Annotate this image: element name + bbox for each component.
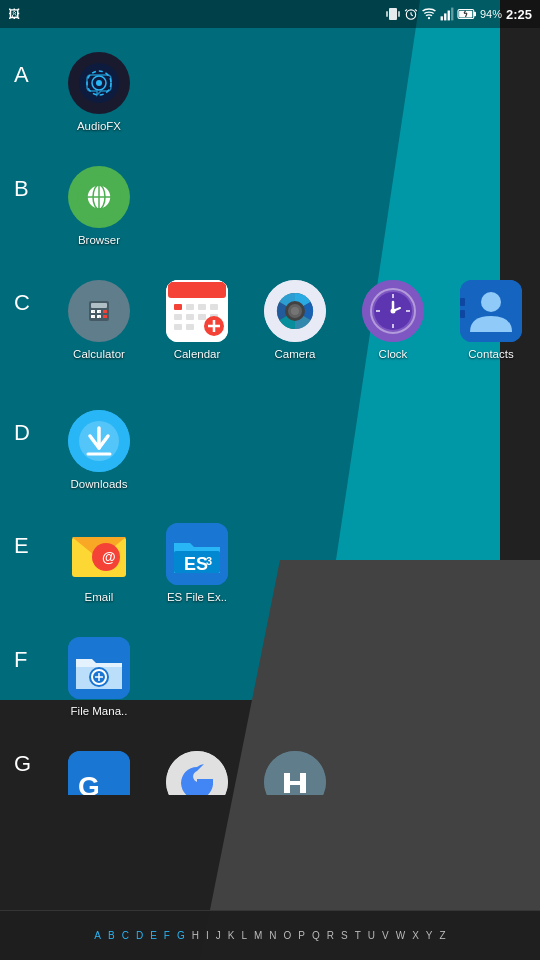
svg-rect-14 bbox=[474, 12, 476, 17]
app-g2-partial[interactable] bbox=[148, 743, 246, 795]
svg-rect-42 bbox=[168, 282, 226, 298]
app-audiofx[interactable]: AudioFX bbox=[50, 44, 148, 142]
section-c: C bbox=[0, 264, 540, 394]
svg-rect-1 bbox=[386, 11, 388, 17]
esfile-label: ES File Ex.. bbox=[167, 591, 227, 605]
svg-rect-73 bbox=[460, 298, 465, 306]
section-f: F File Mana.. bbox=[0, 621, 540, 735]
alpha-letter-l[interactable]: L bbox=[238, 928, 250, 943]
alpha-letter-c[interactable]: C bbox=[119, 928, 132, 943]
alpha-letter-b[interactable]: B bbox=[105, 928, 118, 943]
alpha-letter-g[interactable]: G bbox=[174, 928, 188, 943]
alpha-letter-i[interactable]: I bbox=[203, 928, 212, 943]
filemanager-icon bbox=[68, 637, 130, 699]
section-b: B Browser bbox=[0, 150, 540, 264]
svg-text:+: + bbox=[99, 315, 101, 319]
alpha-letter-t[interactable]: T bbox=[352, 928, 364, 943]
app-g1-partial[interactable]: G bbox=[50, 743, 148, 795]
section-letter-f: F bbox=[0, 629, 50, 673]
svg-text:3: 3 bbox=[206, 555, 212, 567]
svg-rect-45 bbox=[198, 304, 206, 310]
svg-point-95 bbox=[264, 751, 326, 795]
alpha-letter-d[interactable]: D bbox=[133, 928, 146, 943]
alpha-letter-y[interactable]: Y bbox=[423, 928, 436, 943]
app-browser[interactable]: Browser bbox=[50, 158, 148, 256]
svg-text:G: G bbox=[78, 771, 100, 795]
section-a: A AudioFX bbox=[0, 36, 540, 150]
svg-text:×: × bbox=[99, 310, 101, 314]
svg-rect-11 bbox=[448, 11, 450, 21]
email-label: Email bbox=[85, 591, 114, 605]
alpha-letter-w[interactable]: W bbox=[393, 928, 408, 943]
app-camera[interactable]: Camera bbox=[246, 272, 344, 370]
status-left: 🖼 bbox=[8, 7, 20, 21]
status-right: 94% 2:25 bbox=[386, 6, 532, 22]
svg-line-7 bbox=[415, 9, 417, 11]
svg-point-72 bbox=[481, 292, 501, 312]
svg-rect-32 bbox=[103, 310, 107, 313]
downloads-icon bbox=[68, 410, 130, 472]
calculator-label: Calculator bbox=[73, 348, 125, 362]
alpha-letter-f[interactable]: F bbox=[161, 928, 173, 943]
alpha-letter-q[interactable]: Q bbox=[309, 928, 323, 943]
app-esfile[interactable]: ES 3 ES File Ex.. bbox=[148, 515, 246, 613]
svg-point-70 bbox=[391, 308, 396, 313]
app-g3-partial[interactable] bbox=[246, 743, 344, 795]
alpha-letter-e[interactable]: E bbox=[147, 928, 160, 943]
app-downloads[interactable]: Downloads bbox=[50, 402, 148, 500]
svg-rect-9 bbox=[441, 16, 443, 20]
alpha-letter-j[interactable]: J bbox=[213, 928, 224, 943]
svg-rect-0 bbox=[389, 8, 397, 20]
alpha-letter-h[interactable]: H bbox=[189, 928, 202, 943]
photo-icon: 🖼 bbox=[8, 7, 20, 21]
app-contacts[interactable]: Contacts bbox=[442, 272, 540, 370]
svg-rect-2 bbox=[398, 11, 400, 17]
section-letter-c: C bbox=[0, 272, 50, 316]
svg-rect-49 bbox=[198, 314, 206, 320]
svg-text:−: − bbox=[93, 315, 95, 319]
alpha-bar: ABCDEFGHIJKLMNOPQRSTUVWXYZ bbox=[0, 910, 540, 960]
battery-icon bbox=[458, 8, 476, 20]
app-calendar[interactable]: Calendar bbox=[148, 272, 246, 370]
alpha-letter-u[interactable]: U bbox=[365, 928, 378, 943]
section-apps-g-partial: G bbox=[50, 743, 344, 795]
alpha-letter-z[interactable]: Z bbox=[437, 928, 449, 943]
svg-rect-74 bbox=[460, 310, 465, 318]
section-letter-e: E bbox=[0, 515, 50, 559]
section-apps-d: Downloads bbox=[50, 402, 540, 500]
wifi-icon bbox=[422, 7, 436, 21]
vibrate-icon bbox=[386, 6, 400, 22]
alpha-letter-r[interactable]: R bbox=[324, 928, 337, 943]
alpha-letter-n[interactable]: N bbox=[266, 928, 279, 943]
alpha-letter-k[interactable]: K bbox=[225, 928, 238, 943]
alpha-letter-m[interactable]: M bbox=[251, 928, 265, 943]
section-e: E @ Email bbox=[0, 507, 540, 621]
alpha-letter-s[interactable]: S bbox=[338, 928, 351, 943]
app-calculator[interactable]: ÷ × − + Calculator bbox=[50, 272, 148, 370]
section-apps-e: @ Email ES 3 E bbox=[50, 515, 540, 613]
section-apps-a: AudioFX bbox=[50, 44, 540, 142]
status-time: 2:25 bbox=[506, 7, 532, 22]
alpha-letter-x[interactable]: X bbox=[409, 928, 422, 943]
downloads-label: Downloads bbox=[71, 478, 128, 492]
alpha-letter-v[interactable]: V bbox=[379, 928, 392, 943]
svg-point-60 bbox=[291, 307, 299, 315]
app-email[interactable]: @ Email bbox=[50, 515, 148, 613]
section-letter-g: G bbox=[0, 743, 50, 777]
svg-rect-51 bbox=[174, 324, 182, 330]
app-filemanager[interactable]: File Mana.. bbox=[50, 629, 148, 727]
g3-icon bbox=[264, 751, 326, 795]
alpha-letter-a[interactable]: A bbox=[91, 928, 104, 943]
section-letter-a: A bbox=[0, 44, 50, 88]
svg-line-6 bbox=[405, 9, 407, 11]
alpha-letter-o[interactable]: O bbox=[281, 928, 295, 943]
alpha-letter-p[interactable]: P bbox=[295, 928, 308, 943]
alarm-icon bbox=[404, 7, 418, 21]
svg-rect-44 bbox=[186, 304, 194, 310]
alpha-letters: ABCDEFGHIJKLMNOPQRSTUVWXYZ bbox=[87, 928, 452, 943]
svg-line-5 bbox=[411, 15, 413, 16]
section-apps-c: ÷ × − + Calculator bbox=[50, 272, 540, 370]
esfile-icon: ES 3 bbox=[166, 523, 228, 585]
app-clock[interactable]: Clock bbox=[344, 272, 442, 370]
clock-label: Clock bbox=[379, 348, 408, 362]
